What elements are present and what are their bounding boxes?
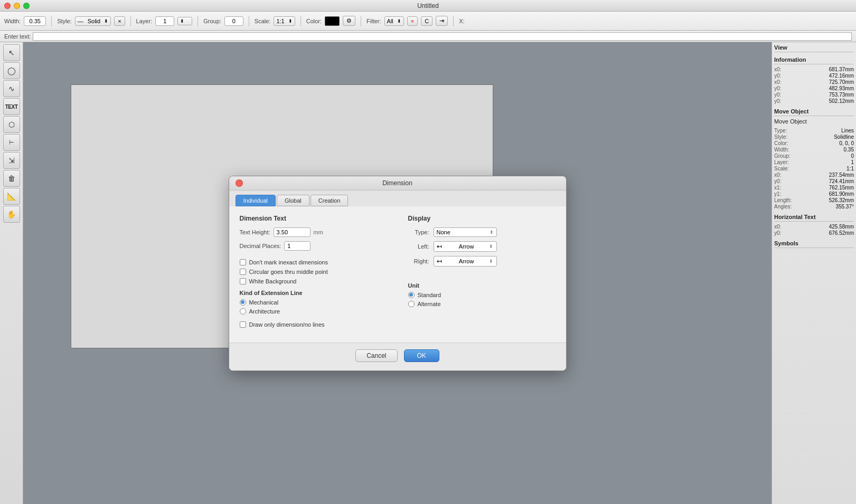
- move-row-5: Layer: 1: [774, 159, 854, 165]
- circle-tool[interactable]: ◯: [3, 62, 20, 79]
- inexact-checkbox[interactable]: [240, 259, 246, 265]
- toolbar: Width: Style: —Solid ⬍ × Layer: ⬍ Group:…: [0, 12, 856, 31]
- move-row-11: Length: 526.32mm: [774, 197, 854, 203]
- main-layout: ↖ ◯ ∿ TEXT ⬡ ⊢ ⇲ 🗑 📐 ✋ Dimension Individ: [0, 42, 856, 504]
- hand-tool[interactable]: ✋: [3, 206, 20, 223]
- move-row-0: Type: Lines: [774, 128, 854, 134]
- maximize-button[interactable]: [23, 3, 30, 9]
- dialog-close-btn[interactable]: [236, 179, 243, 187]
- scale-select[interactable]: 1:1 ⬍: [274, 16, 295, 26]
- settings-btn[interactable]: ⚙: [343, 16, 355, 26]
- text-height-row: Text Height: mm: [240, 227, 387, 237]
- style-label: Style:: [57, 18, 72, 24]
- tab-creation[interactable]: Creation: [311, 195, 349, 206]
- white-bg-checkbox[interactable]: [240, 278, 246, 284]
- left-sidebar: ↖ ◯ ∿ TEXT ⬡ ⊢ ⇲ 🗑 📐 ✋: [0, 42, 23, 504]
- text-tool[interactable]: TEXT: [3, 98, 20, 115]
- layer-input[interactable]: [155, 16, 174, 26]
- left-column: Dimension Text Text Height: mm Decimal P…: [240, 215, 387, 331]
- unit-title: Unit: [408, 282, 556, 289]
- info-section: Information x0: 681.37mm y0: 472.16mm x0…: [774, 56, 854, 104]
- move-obj-section: Move Object Move Object Type: Lines Styl…: [774, 108, 854, 210]
- minimize-button[interactable]: [14, 3, 20, 9]
- view-section: View: [774, 44, 854, 52]
- right-label: Right:: [408, 258, 429, 264]
- sep2: [130, 16, 131, 26]
- left-label: Left:: [408, 243, 429, 250]
- draw-only-label: Draw only dimension/no lines: [249, 321, 325, 328]
- filter-edit-btn[interactable]: C: [421, 16, 432, 26]
- layer-select[interactable]: ⬍: [177, 17, 192, 25]
- info-row-4: y0: 753.73mm: [774, 92, 854, 98]
- move-row-7: x0: 237.54mm: [774, 172, 854, 178]
- text-height-unit: mm: [314, 229, 323, 235]
- filter-arrow-btn[interactable]: ⇥: [436, 16, 448, 26]
- white-bg-checkbox-row: White Background: [240, 278, 387, 284]
- decimal-places-input[interactable]: [284, 241, 311, 251]
- color-swatch[interactable]: [325, 16, 340, 26]
- move-row-9: x1: 762.15mm: [774, 185, 854, 191]
- move-row-3: Width: 0.35: [774, 147, 854, 153]
- left-row: Left: ↤ Arrow ⬍: [408, 241, 556, 252]
- info-row-1: y0: 472.16mm: [774, 73, 854, 79]
- sep5: [300, 16, 301, 26]
- standard-radio-indicator: [409, 293, 413, 297]
- filter-clear-btn[interactable]: ×: [407, 16, 418, 26]
- canvas-area: Dimension Individual Global Creation Dim…: [23, 42, 772, 504]
- sep7: [453, 16, 454, 26]
- right-select[interactable]: ↤ Arrow ⬍: [434, 256, 497, 267]
- decimal-places-row: Decimal Places:: [240, 241, 387, 251]
- dimension-tool[interactable]: ⊢: [3, 134, 20, 151]
- mechanical-radio[interactable]: [240, 299, 246, 306]
- curve-tool[interactable]: ∿: [3, 80, 20, 97]
- left-value: Arrow: [459, 243, 474, 250]
- dimension-text-title: Dimension Text: [240, 215, 387, 222]
- view-title: View: [774, 44, 854, 52]
- dialog-columns: Dimension Text Text Height: mm Decimal P…: [240, 215, 556, 331]
- type-select[interactable]: None ⬍: [434, 227, 497, 237]
- status-input[interactable]: [33, 32, 852, 41]
- cancel-button[interactable]: Cancel: [355, 349, 397, 362]
- sep6: [361, 16, 361, 26]
- color-label: Color:: [306, 18, 322, 24]
- move-obj-subtitle: Move Object: [774, 118, 854, 126]
- left-chevron: ⬍: [489, 244, 493, 249]
- window-title: Untitled: [417, 2, 439, 9]
- measure-tool[interactable]: 📐: [3, 188, 20, 205]
- right-arrow-icon: ↤: [437, 258, 442, 265]
- alternate-label: Alternate: [418, 301, 441, 307]
- type-chevron: ⬍: [490, 230, 494, 235]
- standard-label: Standard: [418, 292, 441, 298]
- architecture-radio-row: Architecture: [240, 308, 387, 315]
- group-label: Group:: [203, 18, 221, 24]
- pointer-tool[interactable]: ↖: [3, 44, 20, 61]
- move-row-12: Angles: 355.37°: [774, 204, 854, 210]
- polygon-tool[interactable]: ⬡: [3, 116, 20, 133]
- info-row-3: y0: 482.93mm: [774, 85, 854, 91]
- standard-radio[interactable]: [408, 292, 415, 298]
- alternate-radio[interactable]: [408, 301, 415, 307]
- architecture-radio[interactable]: [240, 308, 246, 315]
- group-input[interactable]: [224, 16, 243, 26]
- circular-checkbox[interactable]: [240, 269, 246, 275]
- ok-button[interactable]: OK: [404, 349, 439, 362]
- style-select[interactable]: —Solid ⬍: [75, 16, 111, 26]
- style-clear-btn[interactable]: ×: [114, 16, 125, 26]
- close-button[interactable]: [4, 3, 11, 9]
- width-input[interactable]: [24, 16, 46, 26]
- draw-only-checkbox[interactable]: [240, 321, 246, 328]
- filter-select[interactable]: All ⬍: [384, 16, 404, 26]
- info-row-0: x0: 681.37mm: [774, 66, 854, 72]
- transform-tool[interactable]: ⇲: [3, 152, 20, 169]
- text-height-input[interactable]: [274, 227, 311, 237]
- tab-individual[interactable]: Individual: [236, 195, 276, 206]
- tab-global[interactable]: Global: [277, 195, 309, 206]
- right-value: Arrow: [459, 258, 474, 264]
- right-chevron: ⬍: [489, 259, 493, 264]
- mechanical-radio-indicator: [241, 300, 244, 304]
- delete-tool[interactable]: 🗑: [3, 170, 20, 187]
- window-controls: [4, 3, 30, 9]
- left-select[interactable]: ↤ Arrow ⬍: [434, 241, 497, 252]
- alternate-radio-row: Alternate: [408, 301, 556, 307]
- type-row: Type: None ⬍: [408, 227, 556, 237]
